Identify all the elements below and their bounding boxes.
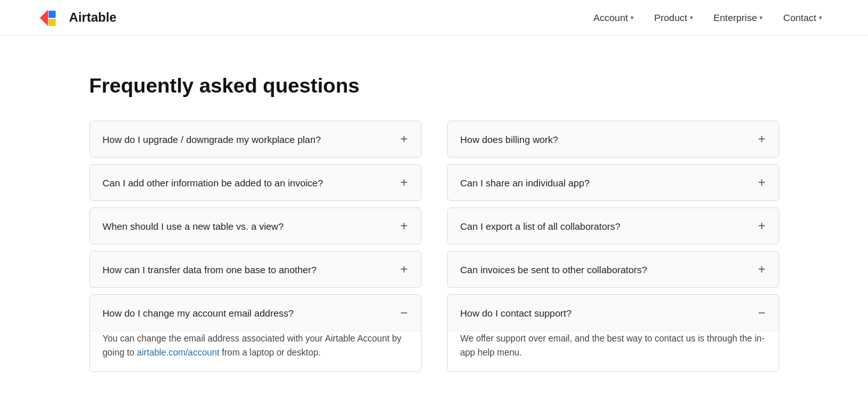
faq-question-text-q8: Can I export a list of all collaborators… <box>461 221 758 232</box>
faq-answer-text-q10: We offer support over email, and the bes… <box>461 333 765 357</box>
logo[interactable]: Airtable <box>38 8 116 28</box>
svg-marker-0 <box>40 10 48 26</box>
faq-answer-q5: You can change the email address associa… <box>90 331 421 371</box>
faq-answer-link-q5[interactable]: airtable.com/account <box>137 347 219 357</box>
faq-column-left: How do I upgrade / downgrade my workplac… <box>89 121 422 378</box>
faq-item-q5: How do I change my account email address… <box>89 294 422 372</box>
faq-question-row-q2[interactable]: Can I add other information be added to … <box>90 165 421 200</box>
minus-icon-q10: − <box>758 306 766 319</box>
nav-label-product: Product <box>654 12 687 23</box>
logo-icon <box>38 8 64 28</box>
faq-item-q8: Can I export a list of all collaborators… <box>447 207 779 244</box>
chevron-down-icon: ▾ <box>690 14 693 21</box>
faq-question-row-q5[interactable]: How do I change my account email address… <box>90 295 421 331</box>
faq-grid: How do I upgrade / downgrade my workplac… <box>89 121 779 378</box>
nav-label-account: Account <box>593 12 628 23</box>
page-title: Frequently asked questions <box>89 74 779 98</box>
nav-label-contact: Contact <box>783 12 816 23</box>
faq-item-q10: How do I contact support? − We offer sup… <box>447 294 779 372</box>
faq-answer-post-q5: from a laptop or desktop. <box>219 347 321 357</box>
logo-text: Airtable <box>69 10 116 25</box>
faq-question-text-q3: When should I use a new table vs. a view… <box>103 221 400 232</box>
nav-item-account[interactable]: Account ▾ <box>586 7 641 28</box>
faq-answer-q10: We offer support over email, and the bes… <box>448 331 779 371</box>
faq-question-row-q6[interactable]: How does billing work? + <box>448 121 779 157</box>
chevron-down-icon: ▾ <box>759 14 763 21</box>
plus-icon-q2: + <box>400 176 408 189</box>
main-content: Frequently asked questions How do I upgr… <box>51 36 818 397</box>
faq-question-row-q7[interactable]: Can I share an individual app? + <box>448 165 779 200</box>
chevron-down-icon: ▾ <box>630 14 634 21</box>
plus-icon-q6: + <box>758 133 766 146</box>
faq-question-row-q8[interactable]: Can I export a list of all collaborators… <box>448 208 779 244</box>
faq-question-text-q9: Can invoices be sent to other collaborat… <box>461 264 758 275</box>
plus-icon-q3: + <box>400 220 408 232</box>
chevron-down-icon: ▾ <box>819 14 822 21</box>
plus-icon-q9: + <box>758 263 766 276</box>
nav-label-enterprise: Enterprise <box>713 12 757 23</box>
faq-question-text-q5: How do I change my account email address… <box>103 308 400 318</box>
faq-question-text-q1: How do I upgrade / downgrade my workplac… <box>103 134 400 145</box>
nav-item-contact[interactable]: Contact ▾ <box>775 7 830 28</box>
plus-icon-q7: + <box>758 176 766 189</box>
navbar: Airtable Account ▾ Product ▾ Enterprise … <box>0 0 868 36</box>
faq-item-q3: When should I use a new table vs. a view… <box>89 207 422 244</box>
faq-item-q4: How can I transfer data from one base to… <box>89 251 422 288</box>
faq-question-text-q4: How can I transfer data from one base to… <box>103 264 400 275</box>
faq-question-row-q1[interactable]: How do I upgrade / downgrade my workplac… <box>90 121 421 157</box>
faq-item-q9: Can invoices be sent to other collaborat… <box>447 251 779 288</box>
faq-question-text-q2: Can I add other information be added to … <box>103 177 400 188</box>
faq-item-q2: Can I add other information be added to … <box>89 164 422 201</box>
nav-item-enterprise[interactable]: Enterprise ▾ <box>706 7 770 28</box>
plus-icon-q8: + <box>758 220 766 232</box>
nav-links: Account ▾ Product ▾ Enterprise ▾ Contact… <box>586 7 830 28</box>
faq-question-text-q10: How do I contact support? <box>461 308 758 318</box>
faq-question-row-q4[interactable]: How can I transfer data from one base to… <box>90 251 421 287</box>
plus-icon-q1: + <box>400 133 408 146</box>
faq-item-q1: How do I upgrade / downgrade my workplac… <box>89 121 422 158</box>
faq-question-row-q9[interactable]: Can invoices be sent to other collaborat… <box>448 251 779 287</box>
minus-icon-q5: − <box>400 306 408 319</box>
svg-rect-1 <box>49 10 56 17</box>
plus-icon-q4: + <box>400 263 408 276</box>
faq-column-right: How does billing work? + Can I share an … <box>447 121 779 378</box>
faq-question-text-q6: How does billing work? <box>461 134 758 145</box>
faq-item-q6: How does billing work? + <box>447 121 779 158</box>
faq-question-row-q3[interactable]: When should I use a new table vs. a view… <box>90 208 421 244</box>
svg-rect-2 <box>49 19 56 26</box>
faq-question-text-q7: Can I share an individual app? <box>461 177 758 188</box>
faq-item-q7: Can I share an individual app? + <box>447 164 779 201</box>
faq-question-row-q10[interactable]: How do I contact support? − <box>448 295 779 331</box>
nav-item-product[interactable]: Product ▾ <box>646 7 701 28</box>
